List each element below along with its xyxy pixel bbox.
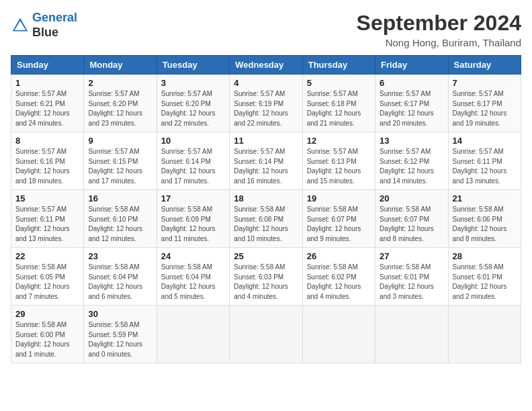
day-info: Sunrise: 5:57 AM Sunset: 6:15 PM Dayligh… [88,147,152,186]
day-header: Sunday [11,56,84,75]
day-info: Sunrise: 5:58 AM Sunset: 6:03 PM Dayligh… [234,263,298,302]
calendar-cell: 29Sunrise: 5:58 AM Sunset: 6:00 PM Dayli… [11,306,84,363]
day-info: Sunrise: 5:58 AM Sunset: 6:07 PM Dayligh… [307,205,371,244]
day-info: Sunrise: 5:58 AM Sunset: 5:59 PM Dayligh… [88,320,152,359]
calendar-cell: 5Sunrise: 5:57 AM Sunset: 6:18 PM Daylig… [302,75,375,132]
day-number: 26 [307,251,371,261]
calendar-cell: 25Sunrise: 5:58 AM Sunset: 6:03 PM Dayli… [230,248,302,306]
calendar-cell: 27Sunrise: 5:58 AM Sunset: 6:01 PM Dayli… [375,248,448,306]
day-info: Sunrise: 5:58 AM Sunset: 6:01 PM Dayligh… [453,263,517,302]
day-number: 24 [161,251,225,261]
day-info: Sunrise: 5:58 AM Sunset: 6:02 PM Dayligh… [307,263,371,302]
day-header: Thursday [302,56,375,75]
day-info: Sunrise: 5:58 AM Sunset: 6:10 PM Dayligh… [88,205,152,244]
calendar-cell: 30Sunrise: 5:58 AM Sunset: 5:59 PM Dayli… [84,306,157,363]
header: General Blue September 2024 Nong Hong, B… [11,11,521,48]
day-number: 2 [88,78,152,88]
day-info: Sunrise: 5:57 AM Sunset: 6:20 PM Dayligh… [88,89,152,128]
day-number: 15 [15,193,79,203]
day-info: Sunrise: 5:57 AM Sunset: 6:11 PM Dayligh… [453,147,517,186]
title-area: September 2024 Nong Hong, Buriram, Thail… [357,11,521,48]
day-info: Sunrise: 5:57 AM Sunset: 6:17 PM Dayligh… [453,89,517,128]
day-number: 27 [380,251,443,261]
calendar-cell [157,306,229,363]
calendar-cell: 24Sunrise: 5:58 AM Sunset: 6:04 PM Dayli… [157,248,229,306]
day-info: Sunrise: 5:58 AM Sunset: 6:07 PM Dayligh… [380,205,443,244]
day-number: 12 [307,136,371,146]
day-info: Sunrise: 5:58 AM Sunset: 6:06 PM Dayligh… [453,205,517,244]
calendar-cell: 21Sunrise: 5:58 AM Sunset: 6:06 PM Dayli… [448,190,521,248]
calendar-cell [230,306,302,363]
day-number: 18 [234,193,298,203]
day-number: 19 [307,193,371,203]
calendar-cell: 19Sunrise: 5:58 AM Sunset: 6:07 PM Dayli… [302,190,375,248]
calendar-cell: 10Sunrise: 5:57 AM Sunset: 6:14 PM Dayli… [157,132,229,190]
day-number: 8 [15,136,79,146]
day-header: Monday [84,56,157,75]
day-info: Sunrise: 5:58 AM Sunset: 6:04 PM Dayligh… [161,263,225,302]
day-info: Sunrise: 5:57 AM Sunset: 6:20 PM Dayligh… [161,89,225,128]
calendar: SundayMondayTuesdayWednesdayThursdayFrid… [11,55,521,363]
day-info: Sunrise: 5:58 AM Sunset: 6:09 PM Dayligh… [161,205,225,244]
calendar-cell: 16Sunrise: 5:58 AM Sunset: 6:10 PM Dayli… [84,190,157,248]
calendar-cell: 11Sunrise: 5:57 AM Sunset: 6:14 PM Dayli… [230,132,302,190]
calendar-cell: 14Sunrise: 5:57 AM Sunset: 6:11 PM Dayli… [448,132,521,190]
logo-text: General Blue [32,11,77,40]
day-number: 4 [234,78,298,88]
day-info: Sunrise: 5:57 AM Sunset: 6:14 PM Dayligh… [234,147,298,186]
day-number: 10 [161,136,225,146]
day-number: 14 [453,136,517,146]
calendar-week-row: 29Sunrise: 5:58 AM Sunset: 6:00 PM Dayli… [11,306,521,363]
sub-title: Nong Hong, Buriram, Thailand [357,37,521,48]
calendar-cell [302,306,375,363]
day-info: Sunrise: 5:58 AM Sunset: 6:00 PM Dayligh… [15,320,79,359]
calendar-cell: 15Sunrise: 5:57 AM Sunset: 6:11 PM Dayli… [11,190,84,248]
day-info: Sunrise: 5:57 AM Sunset: 6:13 PM Dayligh… [307,147,371,186]
calendar-cell: 13Sunrise: 5:57 AM Sunset: 6:12 PM Dayli… [375,132,448,190]
calendar-body: 1Sunrise: 5:57 AM Sunset: 6:21 PM Daylig… [11,75,521,363]
day-number: 9 [88,136,152,146]
day-info: Sunrise: 5:58 AM Sunset: 6:08 PM Dayligh… [234,205,298,244]
calendar-cell: 26Sunrise: 5:58 AM Sunset: 6:02 PM Dayli… [302,248,375,306]
day-number: 6 [380,78,443,88]
calendar-cell: 3Sunrise: 5:57 AM Sunset: 6:20 PM Daylig… [157,75,229,132]
day-info: Sunrise: 5:57 AM Sunset: 6:14 PM Dayligh… [161,147,225,186]
day-number: 29 [15,309,79,319]
main-title: September 2024 [357,11,521,36]
day-number: 30 [88,309,152,319]
calendar-week-row: 1Sunrise: 5:57 AM Sunset: 6:21 PM Daylig… [11,75,521,132]
calendar-cell: 18Sunrise: 5:58 AM Sunset: 6:08 PM Dayli… [230,190,302,248]
day-number: 1 [15,78,79,88]
calendar-cell: 23Sunrise: 5:58 AM Sunset: 6:04 PM Dayli… [84,248,157,306]
day-header: Friday [375,56,448,75]
day-info: Sunrise: 5:57 AM Sunset: 6:21 PM Dayligh… [15,89,79,128]
calendar-week-row: 22Sunrise: 5:58 AM Sunset: 6:05 PM Dayli… [11,248,521,306]
calendar-cell: 1Sunrise: 5:57 AM Sunset: 6:21 PM Daylig… [11,75,84,132]
calendar-cell: 8Sunrise: 5:57 AM Sunset: 6:16 PM Daylig… [11,132,84,190]
logo: General Blue [11,11,77,40]
day-info: Sunrise: 5:58 AM Sunset: 6:05 PM Dayligh… [15,263,79,302]
day-number: 22 [15,251,79,261]
calendar-week-row: 15Sunrise: 5:57 AM Sunset: 6:11 PM Dayli… [11,190,521,248]
day-number: 25 [234,251,298,261]
calendar-cell: 2Sunrise: 5:57 AM Sunset: 6:20 PM Daylig… [84,75,157,132]
calendar-cell: 20Sunrise: 5:58 AM Sunset: 6:07 PM Dayli… [375,190,448,248]
calendar-cell: 17Sunrise: 5:58 AM Sunset: 6:09 PM Dayli… [157,190,229,248]
day-number: 3 [161,78,225,88]
day-number: 20 [380,193,443,203]
calendar-cell: 4Sunrise: 5:57 AM Sunset: 6:19 PM Daylig… [230,75,302,132]
logo-icon [11,16,30,35]
day-header: Wednesday [230,56,302,75]
day-info: Sunrise: 5:57 AM Sunset: 6:16 PM Dayligh… [15,147,79,186]
day-number: 11 [234,136,298,146]
calendar-cell: 28Sunrise: 5:58 AM Sunset: 6:01 PM Dayli… [448,248,521,306]
calendar-cell: 7Sunrise: 5:57 AM Sunset: 6:17 PM Daylig… [448,75,521,132]
calendar-cell [375,306,448,363]
calendar-cell [448,306,521,363]
day-info: Sunrise: 5:58 AM Sunset: 6:04 PM Dayligh… [88,263,152,302]
day-number: 7 [453,78,517,88]
day-number: 23 [88,251,152,261]
day-header: Saturday [448,56,521,75]
day-number: 17 [161,193,225,203]
day-info: Sunrise: 5:57 AM Sunset: 6:12 PM Dayligh… [380,147,443,186]
